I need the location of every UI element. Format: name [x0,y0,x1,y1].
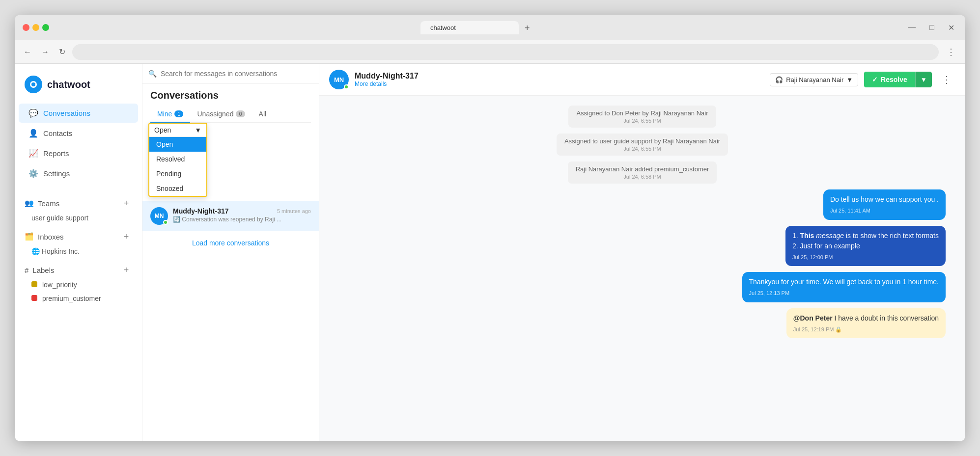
close-button[interactable]: ✕ [945,21,957,34]
team-label: user guide support [31,214,88,222]
outgoing-bubble-1: Do tell us how we can support you . Jul … [823,189,946,220]
low-priority-label: low_priority [42,281,77,289]
labels-section-header: # Labels + [15,258,142,278]
conversation-item[interactable]: MN Muddy-Night-317 5 minutes ago 🔄 Conve… [142,201,319,231]
tab-unassigned-label: Unassigned [197,110,233,118]
system-msg-time-2: Jul 24, 6:55 PM [564,146,720,152]
chat-online-dot [344,84,349,89]
label-item-premium-customer[interactable]: premium_customer [15,292,142,305]
conversations-label: Conversations [43,109,90,117]
agent-selector[interactable]: 🎧 Raji Narayanan Nair ▼ [770,73,858,86]
search-input[interactable] [161,70,313,78]
option-resolved-label: Resolved [156,155,185,163]
add-team-button[interactable]: + [120,197,132,209]
inbox-item-hopkins[interactable]: 🌐 Hopkins Inc. [15,244,142,258]
svg-point-2 [31,82,35,86]
incoming-bubble-1: @Don Peter I have a doubt in this conver… [786,308,946,339]
minimize-button[interactable]: — [905,21,919,34]
add-inbox-button[interactable]: + [120,231,132,242]
chat-avatar-initials: MN [334,76,344,83]
back-button[interactable]: ← [21,46,34,58]
low-priority-dot [31,281,37,287]
sidebar-item-contacts[interactable]: 👤 Contacts [19,124,138,143]
search-icon: 🔍 [148,70,157,78]
address-bar[interactable] [72,44,939,60]
system-msg-text-2: Assigned to user guide support by Raji N… [564,137,720,145]
inboxes-label: Inboxes [38,233,64,241]
contacts-label: Contacts [43,129,72,137]
agent-chevron-icon: ▼ [846,76,853,83]
label-hash-icon: # [25,266,28,274]
tab-unassigned-badge: 0 [236,110,245,117]
resolve-dropdown-button[interactable]: ▼ [915,72,932,87]
incoming-body: I have a doubt in this conversation [835,314,939,322]
logo-area: chatwoot [15,72,142,103]
status-filter-area: Open ▼ Open Resolved Pending Snoozed [142,123,319,201]
tab-mine[interactable]: Mine 1 [150,106,190,123]
rich-line-2: 2. Just for an example [792,241,939,251]
sidebar-item-conversations[interactable]: 💬 Conversations [19,104,138,123]
resolve-button[interactable]: ✓ Resolve [864,72,915,87]
chat-more-button[interactable]: ⋮ [938,72,955,87]
reports-icon: 📈 [28,149,38,158]
conversations-icon: 💬 [28,108,38,118]
browser-menu-button[interactable]: ⋮ [943,45,959,59]
contacts-icon: 👤 [28,129,38,138]
dropdown-header: Open ▼ [149,124,206,137]
browser-tab[interactable]: chatwoot [420,21,519,34]
outgoing-message-1: Do tell us how we can support you . Jul … [339,189,946,220]
labels-label: Labels [32,266,54,274]
outgoing-time-1: Jul 25, 11:41 AM [830,207,939,215]
dropdown-option-resolved[interactable]: Resolved [149,152,206,166]
load-more-button[interactable]: Load more conversations [142,231,319,255]
tab-unassigned[interactable]: Unassigned 0 [190,106,252,123]
option-open-label: Open [156,140,173,148]
close-traffic-light[interactable] [23,24,29,31]
outgoing-bubble-2: 1. This message is to show the rich text… [785,226,946,267]
sidebar-item-settings[interactable]: ⚙️ Settings [19,164,138,183]
minimize-traffic-light[interactable] [32,24,39,31]
forward-button[interactable]: → [38,46,52,58]
sidebar-item-reports[interactable]: 📈 Reports [19,144,138,163]
agent-name: Raji Narayanan Nair [786,76,843,83]
add-label-button[interactable]: + [120,264,132,276]
conv-info: Muddy-Night-317 5 minutes ago 🔄 Conversa… [173,207,311,225]
reports-label: Reports [43,149,69,158]
label-item-low-priority[interactable]: low_priority [15,278,142,292]
traffic-lights [23,24,49,31]
dropdown-option-pending[interactable]: Pending [149,166,206,181]
online-status-dot [163,220,168,225]
system-msg-text-3: Raji Narayanan Nair added premium_custom… [576,165,709,173]
status-dropdown: Open ▼ Open Resolved Pending Snoozed [148,123,207,197]
more-details-link[interactable]: More details [355,80,764,87]
maximize-traffic-light[interactable] [42,24,49,31]
system-msg-time: Jul 24, 6:55 PM [576,118,708,124]
chat-contact-name: Muddy-Night-317 [355,72,764,80]
resolve-label: Resolve [881,76,907,83]
new-tab-button[interactable]: + [521,22,534,34]
outgoing-time-2: Jul 25, 12:00 PM [792,253,939,262]
dropdown-option-open[interactable]: Open [149,137,206,152]
conv-avatar-initials: MN [155,213,164,219]
lock-icon: 🔒 [835,326,842,332]
tab-label: chatwoot [430,24,456,31]
inbox-label: Hopkins Inc. [42,247,80,255]
refresh-button[interactable]: ↻ [56,45,68,58]
conv-preview: 🔄 Conversation was reopened by Raji ... [173,216,311,223]
system-msg-text: Assigned to Don Peter by Raji Narayanan … [576,109,708,117]
tab-mine-label: Mine [157,110,172,118]
system-msg-bubble-2: Assigned to user guide support by Raji N… [557,134,728,156]
browser-window: chatwoot + — □ ✕ ← → ↻ ⋮ [15,15,965,441]
rich-line-1: 1. This message is to show the rich text… [792,231,939,241]
app-container: chatwoot 💬 Conversations 👤 Contacts 📈 Re… [15,64,965,441]
chat-header: MN Muddy-Night-317 More details 🎧 Raji N… [319,64,965,96]
conv-time: 5 minutes ago [277,208,311,214]
dropdown-option-snoozed[interactable]: Snoozed [149,181,206,196]
premium-customer-dot [31,295,37,301]
search-wrap: 🔍 [148,70,313,78]
tab-all[interactable]: All [252,106,274,123]
browser-toolbar: ← → ↻ ⋮ [15,40,965,64]
incoming-time-value: Jul 25, 12:19 PM [793,326,834,332]
team-item-user-guide-support[interactable]: user guide support [15,211,142,225]
maximize-button[interactable]: □ [926,21,937,34]
